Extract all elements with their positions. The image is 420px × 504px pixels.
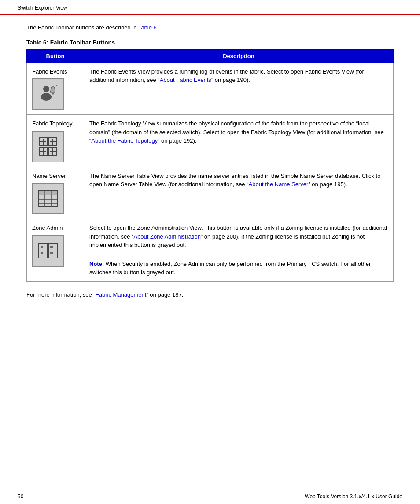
- col-header-button: Button: [27, 49, 84, 63]
- intro-period: .: [157, 24, 158, 31]
- fabric-management-link[interactable]: Fabric Management: [96, 291, 147, 298]
- button-label-zone-admin: Zone Admin: [32, 224, 78, 232]
- footer-page-number: 50: [18, 493, 23, 500]
- table-row: Fabric Events: [27, 63, 394, 115]
- header-bar: Switch Explorer View: [0, 0, 420, 15]
- desc-cell-zone-admin: Select to open the Zone Administration V…: [84, 219, 394, 282]
- desc-cell-fabric-events: The Fabric Events View provides a runnin…: [84, 63, 394, 115]
- table-title: Table 6: Fabric Toolbar Buttons: [26, 39, 394, 46]
- after-table-paragraph: For more information, see “Fabric Manage…: [26, 291, 394, 299]
- col-header-description: Description: [84, 49, 394, 63]
- svg-point-0: [43, 86, 49, 92]
- name-server-icon: [32, 183, 64, 214]
- svg-point-4: [52, 93, 54, 95]
- svg-line-5: [56, 85, 57, 86]
- page-container: Switch Explorer View The Fabric Toolbar …: [0, 0, 420, 504]
- fabric-topology-desc-after: ” on page 192).: [158, 137, 196, 144]
- intro-paragraph: The Fabric Toolbar buttons are described…: [26, 23, 394, 32]
- after-table-text-after: ” on page 187.: [146, 291, 183, 298]
- fabric-topology-svg: [37, 135, 59, 158]
- after-table-text-before: For more information, see “: [26, 291, 96, 298]
- button-label-fabric-topology: Fabric Topology: [32, 119, 78, 128]
- button-cell-zone-admin: Zone Admin: [27, 219, 84, 282]
- zone-admin-icon: [32, 235, 64, 267]
- zone-admin-note: Note: When Security is enabled, Zone Adm…: [89, 255, 388, 277]
- note-label: Note:: [89, 261, 104, 267]
- button-cell-fabric-topology: Fabric Topology: [27, 115, 84, 167]
- button-label-name-server: Name Server: [32, 172, 78, 180]
- name-server-svg: [37, 187, 59, 210]
- button-label-fabric-events: Fabric Events: [32, 67, 78, 76]
- fabric-events-svg: [37, 83, 59, 106]
- note-text: When Security is enabled, Zone Admin can…: [89, 261, 371, 276]
- toolbar-table: Button Description Fabric Events: [26, 49, 394, 282]
- zone-admin-link[interactable]: About Zone Administration: [133, 233, 200, 240]
- table-row: Name Server: [27, 167, 394, 219]
- fabric-topology-link[interactable]: About the Fabric Topology: [91, 137, 158, 144]
- zone-admin-svg: [37, 239, 59, 262]
- button-cell-name-server: Name Server: [27, 167, 84, 219]
- svg-rect-30: [50, 246, 53, 248]
- table6-link[interactable]: Table 6: [138, 24, 157, 31]
- svg-rect-28: [41, 246, 43, 248]
- footer-bar: 50 Web Tools Version 3.1.x/4.1.x User Gu…: [0, 489, 420, 504]
- table-row: Fabric Topology: [27, 115, 394, 167]
- name-server-link[interactable]: About the Name Server: [249, 181, 309, 188]
- button-cell-fabric-events: Fabric Events: [27, 63, 84, 115]
- footer-guide-title: Web Tools Version 3.1.x/4.1.x User Guide: [305, 493, 402, 500]
- svg-rect-25: [39, 191, 57, 195]
- desc-cell-fabric-topology: The Fabric Topology View summarizes the …: [84, 115, 394, 167]
- table-header-row: Button Description: [27, 49, 394, 63]
- fabric-events-link[interactable]: About Fabric Events: [160, 77, 211, 83]
- fabric-events-desc-after: ” on page 190).: [211, 77, 250, 83]
- table-row: Zone Admin: [27, 219, 394, 282]
- fabric-topology-icon: [32, 131, 64, 162]
- fabric-events-icon: [32, 78, 64, 110]
- svg-point-1: [41, 93, 52, 101]
- intro-text: The Fabric Toolbar buttons are described…: [26, 24, 138, 31]
- desc-cell-name-server: The Name Server Table View provides the …: [84, 167, 394, 219]
- svg-rect-29: [41, 252, 43, 254]
- header-title: Switch Explorer View: [18, 5, 67, 11]
- main-content: The Fabric Toolbar buttons are described…: [0, 15, 420, 316]
- svg-rect-31: [50, 252, 53, 254]
- name-server-desc-after: ” on page 195).: [308, 181, 347, 188]
